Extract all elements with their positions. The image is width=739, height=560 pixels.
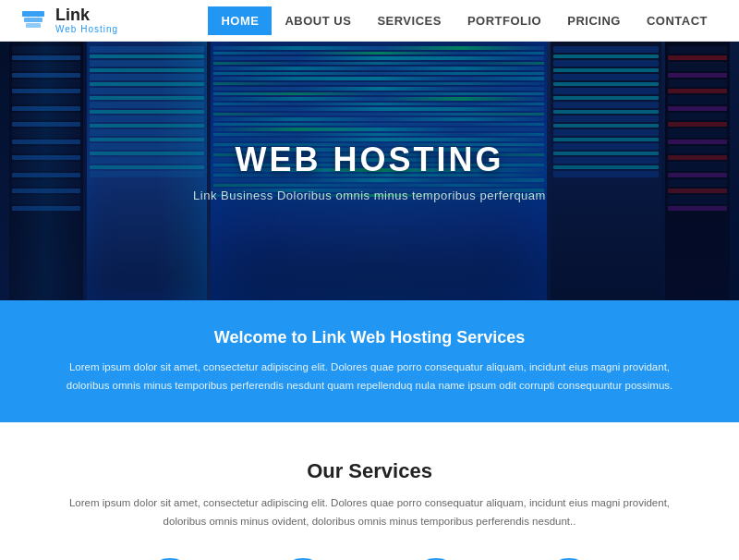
logo-subtitle: Web Hosting bbox=[55, 24, 118, 34]
svg-rect-1 bbox=[24, 18, 42, 22]
nav-about[interactable]: ABOUT US bbox=[272, 6, 364, 35]
nav-portfolio[interactable]: PORTFOLIO bbox=[454, 6, 554, 35]
logo-icon bbox=[18, 6, 48, 35]
services-section: Our Services Lorem ipsum dolor sit amet,… bbox=[0, 422, 739, 560]
logo: Link Web Hosting bbox=[18, 6, 118, 35]
logo-text: Link Web Hosting bbox=[55, 6, 118, 35]
welcome-text: Lorem ipsum dolor sit amet, consectetur … bbox=[55, 359, 684, 395]
nav-home[interactable]: HOME bbox=[208, 6, 272, 35]
services-title: Our Services bbox=[55, 459, 684, 483]
nav-pricing[interactable]: PRICING bbox=[554, 6, 634, 35]
svg-rect-0 bbox=[22, 11, 44, 17]
logo-name: Link bbox=[55, 6, 118, 25]
welcome-title: Welcome to Link Web Hosting Services bbox=[55, 328, 684, 347]
main-nav: HOME ABOUT US SERVICES PORTFOLIO PRICING… bbox=[208, 6, 721, 35]
nav-contact[interactable]: CONTACT bbox=[634, 6, 721, 35]
svg-rect-2 bbox=[26, 23, 41, 28]
hero-content: WEB HOSTING Link Business Doloribus omni… bbox=[0, 42, 739, 300]
hero-section: WEB HOSTING Link Business Doloribus omni… bbox=[0, 42, 739, 300]
hero-subtitle: Link Business Doloribus omnis minus temp… bbox=[193, 189, 546, 202]
welcome-section: Welcome to Link Web Hosting Services Lor… bbox=[0, 300, 739, 422]
nav-services[interactable]: SERVICES bbox=[364, 6, 454, 35]
header: Link Web Hosting HOME ABOUT US SERVICES … bbox=[0, 0, 739, 42]
hero-title: WEB HOSTING bbox=[236, 140, 504, 179]
services-text: Lorem ipsum dolor sit amet, consectetur … bbox=[55, 494, 684, 530]
